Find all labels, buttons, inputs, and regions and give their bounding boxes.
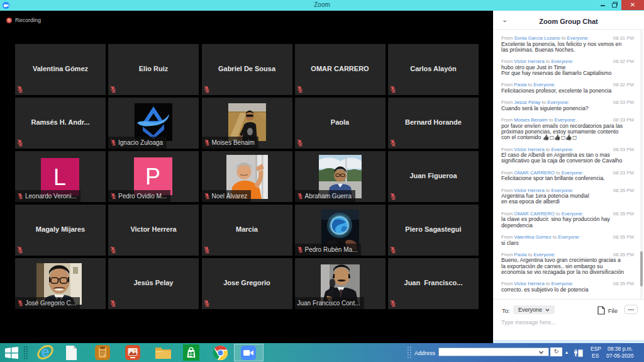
svg-text:e: e: [42, 344, 50, 360]
svg-text:P: P: [145, 164, 160, 189]
svg-text:L: L: [53, 164, 66, 190]
